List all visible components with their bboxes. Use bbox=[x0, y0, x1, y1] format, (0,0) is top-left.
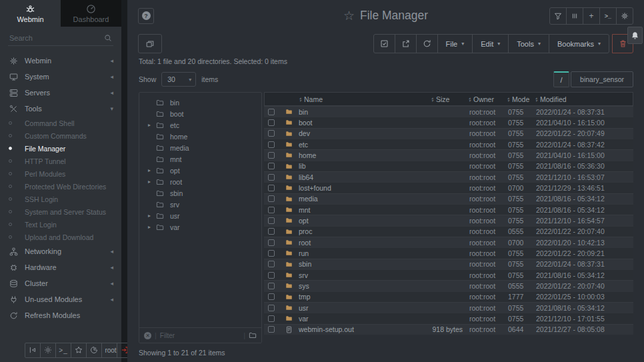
table-row-bin[interactable]: binroot:root07552022/01/24 - 08:37:31 bbox=[264, 106, 633, 117]
submenu-item-perl-modules[interactable]: Perl Modules bbox=[0, 167, 121, 180]
submenu-item-text-login[interactable]: Text Login bbox=[0, 218, 121, 231]
user-button[interactable]: root bbox=[101, 343, 117, 358]
folder-icon[interactable] bbox=[249, 331, 257, 339]
filter-button[interactable] bbox=[549, 7, 567, 25]
row-checkbox[interactable] bbox=[268, 130, 275, 137]
row-checkbox[interactable] bbox=[268, 305, 275, 311]
terminal-button[interactable]: >_ bbox=[55, 343, 71, 358]
help-button[interactable]: ? bbox=[138, 8, 154, 24]
sidebar-item-servers[interactable]: Servers◂ bbox=[0, 85, 121, 101]
row-checkbox[interactable] bbox=[268, 174, 275, 181]
row-checkbox[interactable] bbox=[268, 261, 275, 267]
sidebar-item-webmin[interactable]: Webmin◂ bbox=[0, 53, 121, 69]
tree-item-etc[interactable]: ▸etc bbox=[139, 119, 261, 131]
submenu-item-file-manager[interactable]: File Manager bbox=[0, 142, 121, 155]
table-row-sys[interactable]: sysroot:root05552022/01/22 - 20:07:40 bbox=[264, 280, 633, 291]
table-row-tmp[interactable]: tmproot:root17772022/01/25 - 10:00:03 bbox=[264, 291, 633, 302]
table-row-lib64[interactable]: lib64root:root07552021/12/10 - 16:53:07 bbox=[264, 171, 633, 182]
table-row-root[interactable]: rootroot:root07002022/01/20 - 10:42:13 bbox=[264, 237, 633, 247]
menu-tools-button[interactable]: Tools▾ bbox=[508, 34, 549, 53]
column-header-owner[interactable]: ▴▾ Owner bbox=[469, 95, 507, 103]
table-row-lost-found[interactable]: lost+foundroot:root07002021/12/29 - 13:4… bbox=[264, 182, 633, 193]
favorites-button[interactable] bbox=[71, 343, 87, 358]
row-checkbox[interactable] bbox=[268, 315, 275, 322]
table-row-etc[interactable]: etcroot:root07552022/01/24 - 08:37:42 bbox=[264, 139, 633, 149]
search-input[interactable] bbox=[9, 34, 104, 42]
sidebar-item-system[interactable]: System◂ bbox=[0, 69, 121, 85]
select-all-button[interactable] bbox=[373, 34, 395, 53]
row-checkbox[interactable] bbox=[268, 152, 275, 159]
row-checkbox[interactable] bbox=[268, 119, 275, 126]
sidebar-item-refresh-modules[interactable]: Refresh Modules bbox=[0, 307, 121, 323]
tree-item-mnt[interactable]: mnt bbox=[139, 153, 261, 165]
expand-caret-icon[interactable]: ▸ bbox=[146, 122, 153, 128]
favorite-star-icon[interactable]: ☆ bbox=[343, 8, 355, 23]
table-row-proc[interactable]: procroot:root05552022/01/22 - 20:07:40 bbox=[264, 226, 633, 237]
columns-button[interactable] bbox=[566, 7, 583, 25]
row-checkbox[interactable] bbox=[268, 272, 275, 279]
tree-item-var[interactable]: ▸var bbox=[139, 221, 261, 233]
tree-item-usr[interactable]: ▸usr bbox=[139, 210, 261, 221]
table-row-lib[interactable]: libroot:root07552021/08/16 - 05:36:30 bbox=[264, 161, 633, 171]
settings-button[interactable] bbox=[616, 7, 633, 25]
tree-item-srv[interactable]: srv bbox=[139, 199, 261, 210]
export-button[interactable] bbox=[395, 34, 417, 53]
table-row-webmin-setup-out[interactable]: webmin-setup.out918 bytesroot:root064420… bbox=[264, 324, 633, 335]
tree-item-bin[interactable]: bin bbox=[139, 97, 261, 108]
breadcrumb-path[interactable]: binary_sensor bbox=[571, 71, 633, 87]
table-row-var[interactable]: varroot:root07552021/12/10 - 17:01:55 bbox=[264, 313, 633, 323]
tree-item-home[interactable]: home bbox=[139, 131, 261, 142]
tree-item-boot[interactable]: boot bbox=[139, 108, 261, 119]
tab-webmin[interactable]: Webmin bbox=[0, 0, 61, 27]
theme-button[interactable] bbox=[86, 343, 102, 358]
sidebar-item-tools[interactable]: Tools▾ bbox=[0, 101, 121, 117]
table-row-dev[interactable]: devroot:root07552022/01/22 - 20:07:49 bbox=[264, 128, 633, 139]
submenu-item-protected-web-directories[interactable]: Protected Web Directories bbox=[0, 180, 121, 193]
table-row-media[interactable]: mediaroot:root07552021/08/16 - 05:34:12 bbox=[264, 193, 633, 204]
add-button[interactable]: + bbox=[583, 7, 600, 25]
row-checkbox[interactable] bbox=[268, 293, 275, 300]
submenu-item-ssh-login[interactable]: SSH Login bbox=[0, 193, 121, 205]
row-checkbox[interactable] bbox=[268, 228, 275, 235]
terminal-button[interactable]: >_ bbox=[599, 7, 617, 25]
column-header-size[interactable]: ▴▾ Size bbox=[431, 95, 469, 103]
sidebar-item-un-used-modules[interactable]: Un-used Modules◂ bbox=[0, 291, 121, 307]
submenu-item-upload-and-download[interactable]: Upload and Download bbox=[0, 231, 121, 243]
menu-bookmarks-button[interactable]: Bookmarks▾ bbox=[549, 34, 609, 53]
table-row-home[interactable]: homeroot:root07552021/04/10 - 16:15:00 bbox=[264, 149, 633, 160]
notification-toggle[interactable] bbox=[627, 27, 643, 44]
tree-filter-input[interactable] bbox=[160, 332, 240, 339]
sidebar-item-networking[interactable]: Networking◂ bbox=[0, 243, 121, 259]
page-size-select[interactable]: 30 ▾ bbox=[161, 72, 196, 87]
collapse-sidebar-button[interactable] bbox=[25, 343, 41, 358]
tree-toggle-button[interactable] bbox=[138, 34, 162, 53]
breadcrumb-root[interactable]: / bbox=[553, 71, 569, 87]
column-header-mode[interactable]: ▴▾ Mode bbox=[507, 95, 535, 103]
tree-item-media[interactable]: media bbox=[139, 142, 261, 153]
clear-filter-icon[interactable]: ✕ bbox=[144, 332, 151, 339]
row-checkbox[interactable] bbox=[268, 141, 275, 148]
row-checkbox[interactable] bbox=[268, 250, 275, 257]
table-row-sbin[interactable]: sbinroot:root07552022/01/24 - 08:37:31 bbox=[264, 259, 633, 269]
submenu-item-custom-commands[interactable]: Custom Commands bbox=[0, 129, 121, 142]
submenu-item-command-shell[interactable]: Command Shell bbox=[0, 117, 121, 129]
sidebar-item-cluster[interactable]: Cluster◂ bbox=[0, 275, 121, 291]
expand-caret-icon[interactable]: ▸ bbox=[146, 167, 153, 173]
tree-item-root[interactable]: ▸root bbox=[139, 176, 261, 187]
expand-caret-icon[interactable]: ▸ bbox=[146, 224, 153, 230]
submenu-item-http-tunnel[interactable]: HTTP Tunnel bbox=[0, 155, 121, 167]
menu-edit-button[interactable]: Edit▾ bbox=[472, 34, 509, 53]
row-checkbox[interactable] bbox=[268, 163, 275, 169]
row-checkbox[interactable] bbox=[268, 195, 275, 202]
table-row-run[interactable]: runroot:root07552022/01/22 - 20:09:21 bbox=[264, 247, 633, 258]
tab-dashboard[interactable]: Dashboard bbox=[61, 0, 121, 27]
refresh-button[interactable] bbox=[416, 34, 438, 53]
row-checkbox[interactable] bbox=[268, 239, 275, 246]
row-checkbox[interactable] bbox=[268, 217, 275, 224]
row-checkbox[interactable] bbox=[268, 326, 275, 333]
menu-file-button[interactable]: File▾ bbox=[437, 34, 473, 53]
column-header-name[interactable]: ▴▾ Name bbox=[299, 95, 431, 103]
table-row-opt[interactable]: optroot:root07552021/12/10 - 16:54:57 bbox=[264, 215, 633, 225]
expand-caret-icon[interactable]: ▸ bbox=[146, 213, 153, 219]
row-checkbox[interactable] bbox=[268, 283, 275, 289]
